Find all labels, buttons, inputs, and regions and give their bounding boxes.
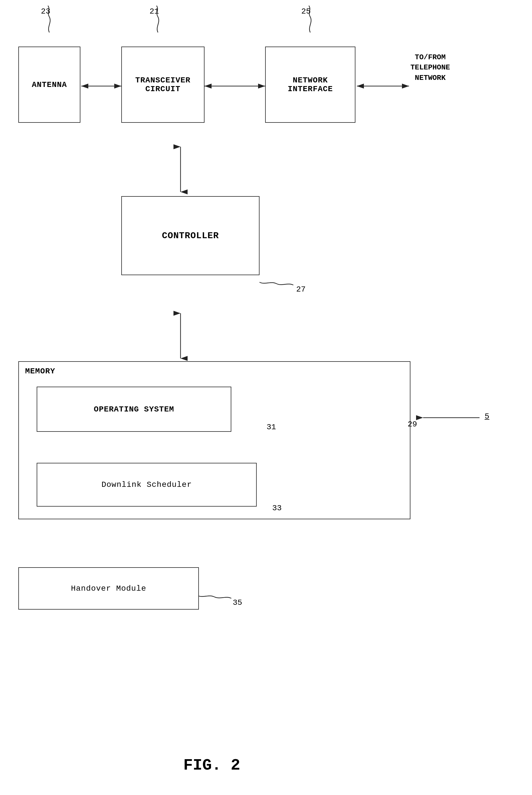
ref-23: 23 (41, 7, 51, 16)
fig-label: FIG. 2 (183, 756, 240, 774)
ref-33: 33 (272, 504, 282, 513)
operating-system-box: OPERATING SYSTEM (37, 387, 231, 432)
diagram-container: 23 21 25 ANTENNA TRANSCEIVER CIRCUIT NET… (0, 0, 532, 795)
ref-27: 27 (296, 285, 306, 294)
transceiver-box: TRANSCEIVER CIRCUIT (121, 47, 205, 123)
ref-31: 31 (267, 423, 276, 431)
downlink-scheduler-box: Downlink Scheduler (37, 463, 257, 506)
handover-module-box: Handover Module (18, 567, 199, 610)
ref-35: 35 (233, 598, 242, 607)
controller-box: CONTROLLER (121, 196, 260, 275)
ref-29: 29 (407, 420, 417, 429)
ref-5: 5 (484, 412, 489, 421)
ref-21: 21 (150, 7, 159, 16)
telephone-network-label: TO/FROMTELEPHONENETWORK (411, 52, 450, 83)
network-interface-box: NETWORK INTERFACE (265, 47, 356, 123)
antenna-box: ANTENNA (18, 47, 80, 123)
ref-25: 25 (301, 7, 311, 16)
